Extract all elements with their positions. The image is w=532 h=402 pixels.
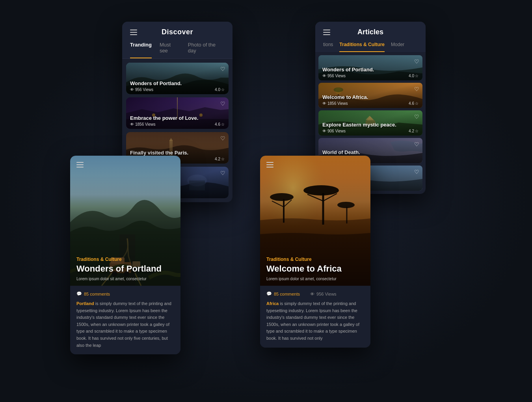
article-stats-eastern: 👁906 Views 4.2☆	[322, 129, 419, 133]
portland-detail-hamburger[interactable]	[76, 162, 84, 168]
card-heart-3[interactable]: ♡	[220, 135, 225, 141]
article-title-death: World of Death.	[322, 149, 360, 155]
card-views-love: 👁 1856 Views	[130, 122, 156, 127]
article-title-portland: Wonders of Portland.	[322, 67, 374, 73]
portland-category: Traditions & Culture	[76, 257, 122, 262]
discover-card-love[interactable]: ♡ Embrace the power of Love. 👁 1856 View…	[126, 97, 229, 129]
eye-icon-a3: 👁	[322, 129, 326, 133]
article-stats-portland: 👁956 Views 4.0☆	[322, 74, 419, 78]
article-title-eastern: Explore Eastern mystic peace.	[322, 122, 396, 128]
star-icon-3: ☆	[221, 157, 225, 161]
africa-comments: 💬 85 comments	[266, 291, 300, 296]
discover-hamburger-icon[interactable]	[130, 30, 137, 35]
tab-photo-of-day[interactable]: Photo of the day	[188, 42, 225, 58]
discover-card-portland[interactable]: ♡ Wonders of Portland. 👁 956 Views 4.0 ☆	[126, 63, 229, 94]
africa-detail-body: 💬 85 comments 👁 956 Views Africa is simp…	[260, 286, 370, 348]
star-icon-1: ☆	[221, 87, 225, 92]
star-icon-a3: ☆	[415, 129, 419, 133]
tab-trending[interactable]: Tranding	[130, 42, 152, 58]
article-heart-3[interactable]: ♡	[414, 114, 419, 120]
africa-highlight: Africa	[266, 301, 279, 306]
star-icon-a2: ☆	[415, 101, 419, 106]
tab-must-see[interactable]: Must see	[160, 42, 180, 58]
card-heart-2[interactable]: ♡	[220, 100, 225, 107]
article-stats-africa: 👁1856 Views 4.6☆	[322, 101, 419, 106]
eye-icon-1: 👁	[130, 87, 134, 92]
eye-icon-africa: 👁	[310, 292, 314, 296]
discover-title: Discover	[162, 28, 193, 36]
article-heart-2[interactable]: ♡	[414, 86, 419, 92]
card-heart-4[interactable]: ♡	[220, 170, 225, 176]
africa-detail-card: Traditions & Culture Welcome to Africa L…	[260, 156, 370, 348]
portland-meta: 💬 85 comments	[76, 291, 174, 296]
articles-header: Articles tions Traditions & Culture Mode…	[315, 22, 426, 52]
portland-detail-title: Wonders of Portland	[76, 264, 162, 274]
articles-hamburger-icon[interactable]	[323, 30, 330, 35]
articles-title: Articles	[357, 28, 383, 36]
star-icon-2: ☆	[221, 122, 225, 127]
africa-views: 👁 956 Views	[310, 292, 337, 296]
tab-traditions[interactable]: Traditions & Culture	[339, 42, 385, 52]
card-rating-portland: 4.0 ☆	[215, 87, 225, 92]
portland-detail-body: 💬 85 comments Portland is simply dummy t…	[70, 286, 180, 354]
comment-icon-africa: 💬	[266, 291, 272, 296]
portland-detail-card: Traditions & Culture Wonders of Portland…	[70, 156, 180, 354]
card-stats-love: 👁 1856 Views 4.6 ☆	[130, 122, 225, 127]
star-icon-a1: ☆	[415, 74, 419, 78]
article-heart-1[interactable]: ♡	[414, 58, 419, 65]
card-heart-1[interactable]: ♡	[220, 66, 225, 72]
card-title-portland: Wonders of Portland.	[130, 80, 182, 86]
card-title-love: Embrace the power of Love.	[130, 115, 198, 121]
article-card-portland[interactable]: ♡ Wonders of Portland. 👁956 Views 4.0☆	[318, 55, 422, 80]
africa-category: Traditions & Culture	[266, 257, 312, 262]
africa-detail-hamburger[interactable]	[266, 162, 273, 168]
eye-icon-a2: 👁	[322, 101, 326, 106]
portland-subtitle: Lorem ipsum dolor sit amet, consectetur	[76, 277, 147, 281]
africa-detail-title: Welcome to Africa	[266, 264, 342, 274]
tab-modern[interactable]: Moder	[391, 42, 404, 52]
africa-body-text: Africa is simply dummy text of the print…	[266, 300, 364, 342]
articles-tabs: tions Traditions & Culture Moder	[323, 42, 418, 52]
africa-detail-image: Traditions & Culture Welcome to Africa L…	[260, 156, 370, 286]
discover-tabs: Tranding Must see Photo of the day	[130, 42, 225, 58]
article-card-eastern[interactable]: ♡ Explore Eastern mystic peace. 👁906 Vie…	[318, 110, 422, 136]
portland-highlight: Portland	[76, 301, 94, 306]
portland-body-text: Portland is simply dummy text of the pri…	[76, 300, 174, 349]
card-rating-paris: 4.2 ☆	[215, 157, 225, 161]
article-card-africa[interactable]: ♡ Welcome to Africa. 👁1856 Views 4.6☆	[318, 83, 422, 108]
africa-subtitle: Lorem ipsum dolor sit amet, consectetur	[266, 277, 337, 281]
discover-header-top: Discover	[130, 28, 225, 36]
article-heart-4[interactable]: ♡	[414, 141, 419, 147]
article-heart-5[interactable]: ♡	[414, 169, 419, 175]
article-title-africa: Welcome to Africa.	[322, 94, 368, 100]
tab-tions[interactable]: tions	[323, 42, 333, 52]
discover-header: Discover Tranding Must see Photo of the …	[122, 22, 233, 59]
card-stats-portland: 👁 956 Views 4.0 ☆	[130, 87, 225, 92]
portland-detail-image: Traditions & Culture Wonders of Portland…	[70, 156, 180, 286]
comment-icon-portland: 💬	[76, 291, 82, 296]
card-title-paris: Finally visited the Paris.	[130, 150, 188, 156]
articles-header-top: Articles	[323, 28, 418, 36]
portland-comments: 💬 85 comments	[76, 291, 110, 296]
africa-meta: 💬 85 comments 👁 956 Views	[266, 291, 364, 296]
eye-icon-2: 👁	[130, 122, 134, 127]
card-views-portland: 👁 956 Views	[130, 87, 153, 92]
eye-icon-a1: 👁	[322, 74, 326, 78]
card-rating-love: 4.6 ☆	[215, 122, 225, 127]
